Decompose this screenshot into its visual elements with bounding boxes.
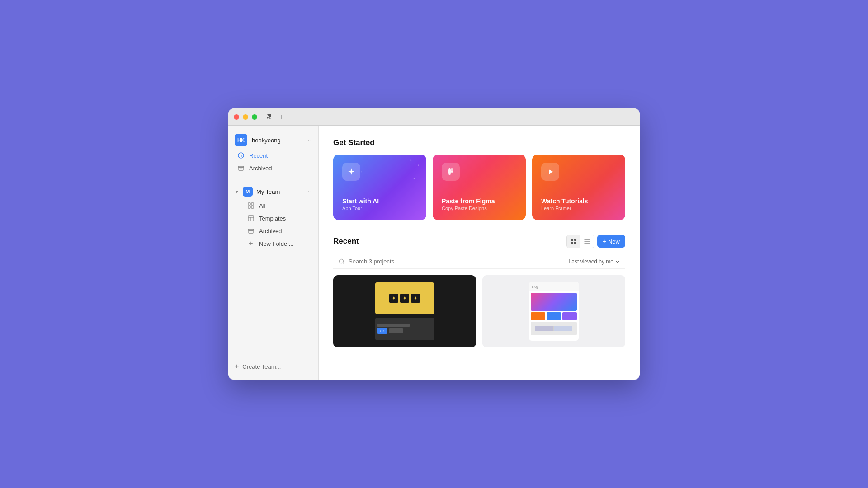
sidebar-divider bbox=[228, 179, 318, 179]
svg-rect-14 bbox=[571, 239, 573, 241]
create-team-button[interactable]: + Create Team... bbox=[228, 359, 318, 374]
svg-rect-4 bbox=[248, 206, 250, 208]
new-tab-button[interactable]: + bbox=[277, 113, 286, 122]
sort-label: Last viewed by me bbox=[569, 258, 613, 265]
svg-rect-9 bbox=[451, 168, 453, 170]
recent-label: Recent bbox=[249, 152, 268, 159]
username: heekyeong bbox=[252, 137, 302, 144]
list-view-button[interactable] bbox=[580, 235, 594, 248]
create-team-label: Create Team... bbox=[242, 363, 281, 370]
projects-grid: ✦ ✦ ✦ UX bbox=[333, 275, 625, 347]
thumb-2-cards-row bbox=[531, 312, 577, 320]
user-avatar: HK bbox=[235, 134, 247, 146]
svg-rect-2 bbox=[248, 203, 250, 205]
project-thumb-2: Blog bbox=[482, 275, 625, 347]
templates-label: Templates bbox=[259, 215, 286, 222]
thumb-1-bottom: UX bbox=[375, 318, 434, 340]
svg-rect-15 bbox=[574, 239, 576, 241]
archived-icon bbox=[237, 164, 245, 172]
thumb-2-content bbox=[529, 291, 579, 341]
user-more-icon[interactable]: ··· bbox=[306, 136, 312, 144]
recent-controls: + New bbox=[566, 235, 625, 248]
recent-title: Recent bbox=[333, 237, 359, 246]
svg-rect-6 bbox=[248, 216, 254, 221]
sidebar-item-team-archived[interactable]: Archived bbox=[231, 225, 316, 237]
templates-icon bbox=[247, 215, 255, 222]
team-more-icon[interactable]: ··· bbox=[306, 188, 312, 196]
ai-card-icon bbox=[342, 163, 360, 181]
archived-label: Archived bbox=[249, 165, 272, 172]
thumb-2-card-3 bbox=[562, 312, 577, 320]
minimize-button[interactable] bbox=[243, 114, 248, 120]
svg-rect-17 bbox=[574, 242, 576, 244]
watch-tutorials-card[interactable]: Watch Tutorials Learn Framer bbox=[532, 155, 625, 220]
thumb-2-card-2 bbox=[547, 312, 561, 320]
svg-marker-13 bbox=[549, 169, 553, 174]
team-header[interactable]: ▼ M My Team ··· bbox=[228, 184, 318, 199]
recent-icon bbox=[237, 152, 245, 159]
team-archived-label: Archived bbox=[259, 228, 282, 235]
svg-rect-8 bbox=[448, 168, 451, 170]
figma-card-title: Paste from Figma bbox=[442, 197, 517, 205]
svg-rect-10 bbox=[448, 170, 451, 173]
ai-card-subtitle: App Tour bbox=[342, 206, 417, 211]
svg-rect-5 bbox=[251, 206, 254, 208]
thumb-2-hero bbox=[531, 293, 577, 311]
thumb-2-inner: Blog bbox=[529, 282, 579, 341]
grid-view-button[interactable] bbox=[567, 235, 580, 248]
tutorials-card-icon bbox=[541, 163, 559, 181]
app-window: + HK heekyeong ··· Recent bbox=[228, 108, 640, 380]
main-content: HK heekyeong ··· Recent bbox=[228, 126, 640, 380]
search-icon bbox=[339, 258, 345, 265]
sidebar-item-archived[interactable]: Archived bbox=[231, 162, 316, 174]
team-avatar: M bbox=[243, 187, 253, 197]
tutorials-card-subtitle: Learn Framer bbox=[541, 206, 616, 211]
new-folder-button[interactable]: + New Folder... bbox=[231, 238, 316, 249]
new-btn-label: New bbox=[608, 238, 620, 245]
svg-point-12 bbox=[451, 170, 453, 173]
sidebar: HK heekyeong ··· Recent bbox=[228, 126, 319, 380]
maximize-button[interactable] bbox=[252, 114, 257, 120]
sidebar-item-templates[interactable]: Templates bbox=[231, 212, 316, 224]
team-archived-icon bbox=[247, 227, 255, 235]
thumb-1-tag: UX bbox=[377, 328, 387, 334]
get-started-title: Get Started bbox=[333, 138, 625, 147]
svg-rect-3 bbox=[251, 203, 254, 205]
svg-rect-11 bbox=[448, 173, 451, 175]
recent-header: Recent bbox=[333, 235, 625, 248]
tutorials-card-title: Watch Tutorials bbox=[541, 197, 616, 205]
svg-rect-16 bbox=[571, 242, 573, 244]
start-with-ai-card[interactable]: ✦ ✦ ✦ ✦ Start with AI App Tour bbox=[333, 155, 426, 220]
get-started-cards: ✦ ✦ ✦ ✦ Start with AI App Tour bbox=[333, 155, 625, 220]
figma-card-icon bbox=[442, 163, 460, 181]
new-project-button[interactable]: + New bbox=[597, 235, 625, 248]
search-bar: Last viewed by me bbox=[333, 254, 625, 269]
sort-chevron-icon bbox=[615, 259, 620, 264]
all-label: All bbox=[259, 202, 265, 209]
paste-from-figma-card[interactable]: Paste from Figma Copy Paste Designs bbox=[433, 155, 526, 220]
project-card-2[interactable]: Blog bbox=[482, 275, 625, 347]
team-chevron-icon: ▼ bbox=[235, 189, 239, 194]
ai-card-title: Start with AI bbox=[342, 197, 417, 205]
app-icon bbox=[264, 113, 274, 122]
new-folder-label: New Folder... bbox=[259, 240, 294, 247]
project-card-1[interactable]: ✦ ✦ ✦ UX bbox=[333, 275, 476, 347]
figma-card-subtitle: Copy Paste Designs bbox=[442, 206, 517, 211]
sidebar-item-recent[interactable]: Recent bbox=[231, 150, 316, 161]
sort-dropdown[interactable]: Last viewed by me bbox=[569, 258, 620, 265]
thumb-2-card-1 bbox=[531, 312, 545, 320]
team-name: My Team bbox=[256, 188, 302, 195]
search-input[interactable] bbox=[349, 258, 565, 265]
titlebar: + bbox=[228, 108, 640, 126]
project-thumb-1: ✦ ✦ ✦ UX bbox=[333, 275, 476, 347]
new-btn-icon: + bbox=[603, 238, 606, 245]
view-toggle bbox=[566, 235, 594, 248]
thumb-1-top: ✦ ✦ ✦ bbox=[375, 282, 434, 314]
close-button[interactable] bbox=[234, 114, 239, 120]
new-folder-icon: + bbox=[247, 240, 255, 247]
all-icon bbox=[247, 202, 255, 209]
thumb-2-header: Blog bbox=[529, 282, 579, 291]
main-panel: Get Started ✦ ✦ ✦ ✦ Start with AI App To bbox=[319, 126, 640, 380]
user-menu[interactable]: HK heekyeong ··· bbox=[228, 131, 318, 149]
sidebar-item-all[interactable]: All bbox=[231, 200, 316, 211]
